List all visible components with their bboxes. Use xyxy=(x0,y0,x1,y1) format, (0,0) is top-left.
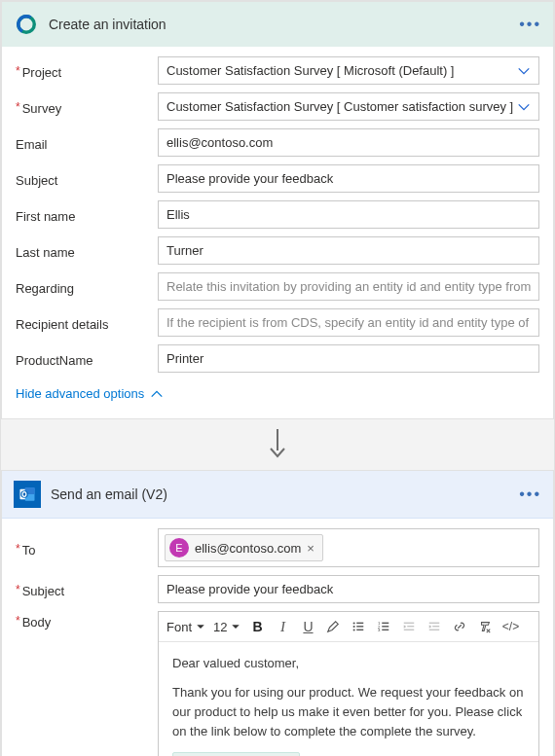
svg-rect-9 xyxy=(357,623,364,624)
svg-point-8 xyxy=(353,622,355,624)
clear-format-button[interactable] xyxy=(474,616,496,637)
customer-voice-icon xyxy=(14,12,39,37)
invitation-card: Create an invitation ••• *Project Custom… xyxy=(1,1,554,419)
flow-connector-section: Send an email (V2) ••• *To E ellis@conto… xyxy=(1,419,554,756)
productname-input[interactable] xyxy=(158,344,539,373)
project-label: Project xyxy=(22,65,61,80)
invitation-title: Create an invitation xyxy=(49,17,509,32)
hide-advanced-link[interactable]: Hide advanced options xyxy=(16,380,539,413)
email-more-button[interactable]: ••• xyxy=(519,486,541,502)
bold-button[interactable]: B xyxy=(246,616,268,637)
svg-rect-19 xyxy=(383,630,389,630)
survey-dropdown[interactable]: Customer Satisfaction Survey [ Customer … xyxy=(158,92,539,121)
productname-label: ProductName xyxy=(16,353,92,368)
email-label: Email xyxy=(16,137,48,152)
editor-toolbar: Font 12 B I U xyxy=(159,612,538,642)
email-subject-label: Subject xyxy=(22,584,64,598)
invitation-more-button[interactable]: ••• xyxy=(519,17,541,32)
lastname-input[interactable] xyxy=(158,236,539,265)
required-marker: * xyxy=(16,64,20,78)
indent-button[interactable] xyxy=(424,616,445,637)
body-greeting: Dear valued customer, xyxy=(172,654,525,673)
font-select[interactable]: Font xyxy=(165,617,207,637)
survey-value: Customer Satisfaction Survey [ Customer … xyxy=(166,99,513,114)
link-button[interactable] xyxy=(449,616,470,637)
required-marker: * xyxy=(16,583,20,596)
firstname-input[interactable] xyxy=(158,200,539,229)
email-card: Send an email (V2) ••• *To E ellis@conto… xyxy=(1,470,554,756)
invitation-link-token[interactable]: Invitation link × xyxy=(172,752,300,756)
pencil-icon[interactable] xyxy=(322,616,344,637)
subject-input[interactable] xyxy=(158,164,539,193)
to-field[interactable]: E ellis@contoso.com × xyxy=(158,528,539,567)
email-subject-input[interactable] xyxy=(158,575,539,603)
svg-rect-21 xyxy=(408,626,415,627)
to-recipient-value: ellis@contoso.com xyxy=(195,541,301,556)
project-value: Customer Satisfaction Survey [ Microsoft… xyxy=(166,63,454,78)
remove-recipient-button[interactable]: × xyxy=(307,541,314,556)
body-label: Body xyxy=(22,615,52,630)
regarding-label: Regarding xyxy=(16,281,74,296)
svg-rect-20 xyxy=(404,623,415,624)
outlook-icon xyxy=(14,481,41,508)
chevron-down-icon xyxy=(517,100,531,114)
required-marker: * xyxy=(16,542,20,556)
flow-arrow xyxy=(1,419,554,470)
body-paragraph: Thank you for using our product. We requ… xyxy=(172,683,525,741)
email-header: Send an email (V2) ••• xyxy=(2,471,553,519)
required-marker: * xyxy=(16,100,20,114)
subject-label: Subject xyxy=(16,173,57,188)
svg-rect-23 xyxy=(429,623,440,624)
email-input[interactable] xyxy=(158,128,539,157)
svg-point-10 xyxy=(353,626,355,628)
avatar: E xyxy=(169,538,189,558)
survey-label: Survey xyxy=(22,101,61,116)
invitation-body: *Project Customer Satisfaction Survey [ … xyxy=(2,47,553,418)
chevron-up-icon xyxy=(150,387,164,401)
lastname-label: Last name xyxy=(16,245,75,260)
recipient-label: Recipient details xyxy=(16,317,108,332)
body-content[interactable]: Dear valued customer, Thank you for usin… xyxy=(159,642,538,756)
italic-button[interactable]: I xyxy=(272,616,293,637)
svg-rect-25 xyxy=(429,630,440,630)
recipient-input[interactable] xyxy=(158,308,539,337)
project-dropdown[interactable]: Customer Satisfaction Survey [ Microsoft… xyxy=(158,56,539,85)
hide-advanced-label: Hide advanced options xyxy=(16,386,144,401)
regarding-input[interactable] xyxy=(158,272,539,301)
chevron-down-icon xyxy=(517,64,531,78)
svg-rect-13 xyxy=(357,630,364,630)
bullets-button[interactable] xyxy=(348,616,369,637)
svg-text:3: 3 xyxy=(378,628,381,632)
svg-rect-17 xyxy=(383,626,389,627)
svg-rect-11 xyxy=(357,626,364,627)
numbering-button[interactable]: 123 xyxy=(373,616,394,637)
to-recipient-chip[interactable]: E ellis@contoso.com × xyxy=(165,534,323,561)
body-editor: Font 12 B I U xyxy=(158,611,539,756)
underline-button[interactable]: U xyxy=(297,616,318,637)
fontsize-select[interactable]: 12 xyxy=(211,617,242,637)
outdent-button[interactable] xyxy=(398,616,420,637)
invitation-header: Create an invitation ••• xyxy=(2,2,553,47)
code-view-button[interactable]: </> xyxy=(500,616,521,637)
firstname-label: First name xyxy=(16,209,75,224)
svg-rect-22 xyxy=(404,630,415,630)
svg-point-12 xyxy=(353,629,355,630)
email-body-section: *To E ellis@contoso.com × *Subject xyxy=(2,519,553,756)
to-label: To xyxy=(22,543,36,558)
required-marker: * xyxy=(16,614,20,628)
svg-rect-24 xyxy=(433,626,440,627)
svg-rect-15 xyxy=(383,623,389,624)
email-title: Send an email (V2) xyxy=(51,486,509,502)
